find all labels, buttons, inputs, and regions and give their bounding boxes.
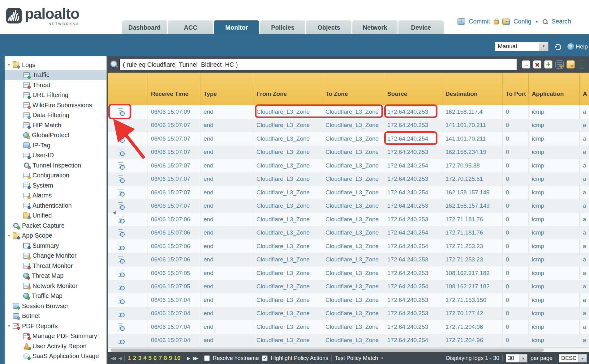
column-header-application[interactable]: Application [528, 73, 579, 105]
cell-from[interactable]: Cloudflare_L3_Zone [253, 320, 322, 334]
cell-app[interactable]: icmp [528, 334, 579, 347]
table-row[interactable]: 06/06 15:07:07endCloudflare_L3_ZoneCloud… [108, 172, 589, 186]
table-row[interactable]: 06/06 15:07:09endCloudflare_L3_ZoneCloud… [108, 105, 589, 119]
sidebar-item-traffic[interactable]: Traffic [5, 70, 106, 80]
cell-src[interactable]: 172.64.240.253 [384, 146, 442, 159]
cell-dst[interactable]: 172.70.177.42 [442, 307, 502, 320]
cell-to[interactable]: Cloudflare_L3_Zone [322, 132, 384, 146]
sidebar-item-change-monitor[interactable]: Change Monitor [5, 251, 106, 261]
cell-to[interactable]: Cloudflare_L3_Zone [322, 226, 384, 240]
help-link[interactable]: Help [576, 43, 588, 50]
table-row[interactable]: 06/06 15:07:05endCloudflare_L3_ZoneCloud… [108, 266, 589, 280]
resolve-hostname-checkbox[interactable] [204, 355, 210, 361]
apply-filter-icon[interactable] [522, 60, 530, 69]
cell-src[interactable]: 172.64.240.253 [384, 320, 442, 334]
first-page-icon[interactable]: ◀◀ [111, 356, 115, 361]
cell-app[interactable]: icmp [528, 119, 579, 132]
config-icon[interactable] [502, 19, 510, 25]
per-page-value[interactable]: 30 [506, 354, 519, 362]
cell-from[interactable]: Cloudflare_L3_Zone [253, 266, 322, 280]
search-link[interactable]: Search [552, 18, 571, 25]
cell-src[interactable]: 172.64.240.254 [384, 226, 442, 240]
cell-from[interactable]: Cloudflare_L3_Zone [253, 226, 322, 240]
tab-device[interactable]: Device [398, 20, 444, 34]
sidebar-item-user-id[interactable]: User-ID [5, 150, 106, 161]
cell-dst[interactable]: 108.162.217.182 [442, 280, 502, 294]
cell-src[interactable]: 172.64.240.253 [384, 172, 442, 186]
sidebar-item-session-browser[interactable]: Session Browser [5, 301, 106, 311]
page-10[interactable]: 10 [174, 355, 180, 362]
page-3[interactable]: 3 [138, 355, 141, 362]
page-9[interactable]: 9 [169, 355, 172, 362]
sort-order-dropdown-button[interactable] [579, 354, 587, 362]
table-row[interactable]: 06/06 15:07:04endCloudflare_L3_ZoneCloud… [108, 334, 589, 347]
expander-icon[interactable]: ▼ [6, 63, 13, 67]
tab-network[interactable]: Network [352, 20, 398, 34]
cell-src[interactable]: 172.64.240.253 [384, 266, 442, 280]
cell-from[interactable]: Cloudflare_L3_Zone [253, 159, 322, 172]
page-4[interactable]: 4 [143, 355, 147, 362]
cell-to[interactable]: Cloudflare_L3_Zone [322, 266, 384, 280]
cell-app[interactable]: icmp [528, 105, 579, 119]
log-detail-icon[interactable] [118, 202, 123, 209]
cell-from[interactable]: Cloudflare_L3_Zone [253, 146, 322, 159]
cell-to[interactable]: Cloudflare_L3_Zone [322, 307, 384, 320]
sidebar-item-configuration[interactable]: Configuration [5, 171, 106, 181]
sidebar-collapse-handle[interactable]: ◀ [113, 210, 116, 215]
column-header-from-zone[interactable]: From Zone [253, 73, 322, 105]
cell-to[interactable]: Cloudflare_L3_Zone [322, 105, 384, 119]
cell-src[interactable]: 172.64.240.253 [384, 199, 442, 213]
cell-from[interactable]: Cloudflare_L3_Zone [253, 307, 322, 320]
log-detail-icon[interactable] [118, 256, 123, 263]
clear-filter-icon[interactable] [533, 60, 541, 69]
log-detail-icon[interactable] [118, 216, 123, 223]
cell-from[interactable]: Cloudflare_L3_Zone [253, 105, 322, 119]
last-page-icon[interactable]: ▶▶ [193, 356, 197, 361]
page-1[interactable]: 1 [128, 355, 131, 362]
cell-from[interactable]: Cloudflare_L3_Zone [253, 119, 322, 132]
column-header-source[interactable]: Source [384, 73, 442, 105]
commit-link[interactable]: Commit [469, 18, 490, 25]
prev-page-icon[interactable]: ◀ [118, 356, 121, 361]
cell-src[interactable]: 172.64.240.253 [384, 307, 442, 320]
sidebar-item-threat-map[interactable]: Threat Map [5, 271, 106, 281]
cell-from[interactable]: Cloudflare_L3_Zone [253, 293, 322, 307]
tab-monitor[interactable]: Monitor [214, 20, 259, 34]
cell-src[interactable]: 172.64.240.253 [384, 213, 442, 226]
cell-app[interactable]: icmp [528, 253, 579, 267]
refresh-mode-select[interactable]: Manual [495, 42, 548, 51]
cell-dst[interactable]: 172.71.153.150 [442, 293, 502, 307]
cell-src[interactable]: 172.64.240.254 [384, 186, 442, 199]
cell-dst[interactable]: 141.101.70.211 [442, 119, 502, 132]
table-row[interactable]: 06/06 15:07:05endCloudflare_L3_ZoneCloud… [108, 280, 589, 294]
column-header-destination[interactable]: Destination [442, 73, 502, 105]
log-detail-icon[interactable] [118, 270, 123, 277]
cell-dst[interactable]: 172.71.253.23 [442, 253, 502, 267]
table-row[interactable]: 06/06 15:07:04endCloudflare_L3_ZoneCloud… [108, 320, 589, 334]
tab-acc[interactable]: ACC [168, 20, 213, 34]
sort-order-value[interactable]: DESC [559, 354, 579, 362]
filter-builder-icon[interactable] [555, 60, 564, 69]
cell-dst[interactable]: 162.158.157.149 [442, 186, 502, 199]
cell-to[interactable]: Cloudflare_L3_Zone [322, 293, 384, 307]
cell-from[interactable]: Cloudflare_L3_Zone [253, 199, 322, 213]
cell-app[interactable]: icmp [528, 159, 579, 172]
config-caret-icon[interactable]: ▼ [535, 20, 539, 23]
cell-app[interactable]: icmp [528, 320, 579, 334]
table-row[interactable]: 06/06 15:07:07endCloudflare_L3_ZoneCloud… [108, 119, 589, 132]
column-header-a[interactable]: A [579, 73, 589, 105]
table-row[interactable]: 06/06 15:07:04endCloudflare_L3_ZoneCloud… [108, 307, 589, 320]
cell-dst[interactable]: 172.71.253.23 [442, 239, 502, 253]
sort-order-select[interactable]: DESC [559, 354, 587, 362]
cell-dst[interactable]: 172.71.204.96 [442, 320, 502, 334]
horizontal-scrollbar[interactable] [108, 347, 589, 352]
cell-dst[interactable]: 172.70.125.51 [442, 172, 502, 186]
commit-icon[interactable] [458, 18, 465, 25]
sidebar-item-wildfire-submissions[interactable]: WildFire Submissions [5, 100, 106, 110]
log-detail-icon[interactable] [118, 324, 123, 330]
log-detail-icon[interactable] [118, 108, 123, 115]
cell-src[interactable]: 172.64.240.253 [384, 253, 442, 267]
sidebar-item-url-filtering[interactable]: URL Filtering [5, 90, 106, 100]
log-detail-icon[interactable] [118, 243, 123, 250]
sidebar-item-alarms[interactable]: Alarms [5, 191, 106, 201]
